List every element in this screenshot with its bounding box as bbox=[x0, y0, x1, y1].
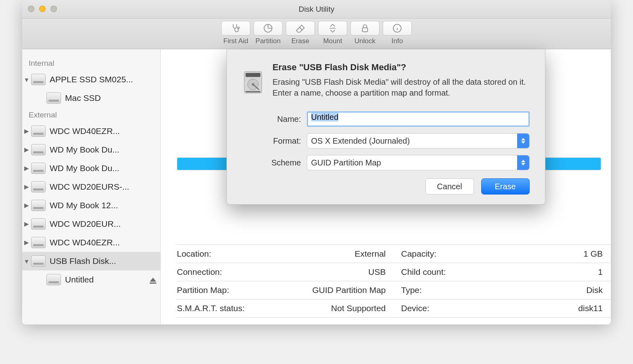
info-icon bbox=[383, 21, 412, 36]
info-row: Partition Map:GUID Partition Map bbox=[177, 281, 394, 299]
sidebar-section-external: External bbox=[22, 107, 160, 122]
info-grid: Location:External Connection:USB Partiti… bbox=[177, 245, 611, 318]
disk-icon bbox=[31, 200, 46, 211]
sidebar-item-external-disk[interactable]: ▶WDC WD20EURS-... bbox=[22, 178, 160, 196]
disk-icon bbox=[31, 181, 46, 192]
sidebar-item-usb-flash-disk[interactable]: ▼USB Flash Disk... bbox=[22, 252, 160, 270]
tree-item-label: WD My Book 12... bbox=[50, 201, 118, 210]
svg-point-0 bbox=[237, 27, 239, 29]
sidebar-section-internal: Internal bbox=[22, 56, 160, 70]
eraser-icon bbox=[286, 21, 315, 36]
info-row: Location:External bbox=[177, 245, 394, 263]
tree-item-label: WDC WD40EZR... bbox=[50, 238, 120, 247]
name-label: Name: bbox=[242, 115, 307, 124]
sidebar-item-volume[interactable]: Mac SSD bbox=[22, 89, 160, 107]
sheet-title: Erase "USB Flash Disk Media"? bbox=[272, 62, 530, 73]
sidebar-item-external-disk[interactable]: ▶WDC WD20EUR... bbox=[22, 215, 160, 233]
name-input[interactable]: Untitled bbox=[307, 111, 530, 127]
zoom-window-button[interactable] bbox=[50, 6, 57, 12]
toolbar: First Aid Partition Erase Mount Unlock bbox=[22, 19, 611, 49]
disclosure-triangle-icon[interactable]: ▶ bbox=[22, 202, 31, 209]
titlebar: Disk Utility bbox=[22, 0, 611, 19]
window-title: Disk Utility bbox=[22, 5, 611, 14]
hard-drive-icon bbox=[242, 62, 264, 103]
disk-icon bbox=[31, 126, 46, 137]
sidebar-item-external-disk[interactable]: ▶WD My Book Du... bbox=[22, 140, 160, 159]
eject-icon[interactable] bbox=[150, 278, 156, 282]
erase-confirm-button[interactable]: Erase bbox=[481, 178, 530, 195]
disclosure-triangle-icon[interactable]: ▼ bbox=[22, 76, 31, 83]
window-body: Internal ▼ APPLE SSD SM025... Mac SSD Ex… bbox=[22, 49, 611, 324]
traffic-lights bbox=[28, 6, 57, 12]
lock-icon bbox=[350, 21, 379, 36]
mount-icon bbox=[318, 21, 347, 36]
sheet-description: Erasing "USB Flash Disk Media" will dest… bbox=[272, 77, 530, 98]
unlock-button[interactable]: Unlock bbox=[350, 21, 379, 45]
sidebar-item-external-disk[interactable]: ▶WD My Book 12... bbox=[22, 196, 160, 215]
svg-rect-8 bbox=[245, 91, 260, 92]
tree-item-label: WDC WD20EURS-... bbox=[50, 182, 129, 192]
pie-icon bbox=[254, 21, 283, 36]
tree-item-label: Untitled bbox=[65, 275, 94, 285]
chevron-updown-icon bbox=[517, 134, 529, 148]
first-aid-button[interactable]: First Aid bbox=[221, 21, 250, 45]
erase-button[interactable]: Erase bbox=[286, 21, 315, 45]
main-content: Location:External Connection:USB Partiti… bbox=[161, 49, 611, 324]
format-select[interactable]: OS X Extended (Journaled) bbox=[307, 133, 530, 149]
sidebar[interactable]: Internal ▼ APPLE SSD SM025... Mac SSD Ex… bbox=[22, 49, 161, 324]
info-left-column: Location:External Connection:USB Partiti… bbox=[177, 245, 394, 318]
sidebar-item-external-disk[interactable]: ▶WDC WD40EZR... bbox=[22, 233, 160, 252]
close-window-button[interactable] bbox=[28, 6, 34, 12]
disk-icon bbox=[46, 92, 61, 104]
disclosure-triangle-icon[interactable]: ▼ bbox=[22, 258, 31, 265]
sidebar-item-external-disk[interactable]: ▶WDC WD40EZR... bbox=[22, 122, 160, 140]
chevron-updown-icon bbox=[517, 155, 529, 170]
disk-icon bbox=[31, 163, 46, 174]
scheme-label: Scheme bbox=[242, 158, 307, 167]
info-row: Connection:USB bbox=[177, 263, 394, 281]
info-row: Capacity:1 GB bbox=[394, 245, 611, 263]
sidebar-item-external-disk[interactable]: ▶WD My Book Du... bbox=[22, 159, 160, 178]
cancel-button[interactable]: Cancel bbox=[425, 178, 474, 195]
info-row: Device:disk11 bbox=[394, 299, 611, 318]
disk-icon bbox=[31, 74, 46, 85]
tree-item-label: WD My Book Du... bbox=[50, 145, 119, 155]
erase-sheet: Erase "USB Flash Disk Media"? Erasing "U… bbox=[226, 49, 545, 205]
disk-icon bbox=[31, 255, 46, 267]
scheme-select[interactable]: GUID Partition Map bbox=[307, 155, 530, 170]
disk-icon bbox=[31, 144, 46, 155]
tree-item-label: Mac SSD bbox=[65, 93, 101, 103]
disclosure-triangle-icon[interactable]: ▶ bbox=[22, 183, 31, 190]
partition-button[interactable]: Partition bbox=[254, 21, 283, 45]
disk-icon bbox=[46, 274, 61, 285]
minimize-window-button[interactable] bbox=[39, 6, 46, 12]
stethoscope-icon bbox=[221, 21, 250, 36]
disclosure-triangle-icon[interactable]: ▶ bbox=[22, 146, 31, 153]
sidebar-item-volume[interactable]: Untitled bbox=[22, 270, 160, 289]
disclosure-triangle-icon[interactable]: ▶ bbox=[22, 165, 31, 172]
svg-rect-5 bbox=[245, 73, 260, 77]
disclosure-triangle-icon[interactable]: ▶ bbox=[22, 239, 31, 246]
app-window: Disk Utility First Aid Partition Erase M… bbox=[22, 0, 611, 324]
tree-item-label: APPLE SSD SM025... bbox=[50, 75, 133, 84]
info-row: Type:Disk bbox=[394, 281, 611, 299]
sidebar-item-internal-disk[interactable]: ▼ APPLE SSD SM025... bbox=[22, 70, 160, 89]
tree-item-label: WD My Book Du... bbox=[50, 163, 119, 173]
disclosure-triangle-icon[interactable]: ▶ bbox=[22, 128, 31, 135]
tree-item-label: WDC WD40EZR... bbox=[50, 126, 120, 136]
disk-icon bbox=[31, 218, 46, 230]
disk-icon bbox=[31, 237, 46, 248]
tree-item-label: WDC WD20EUR... bbox=[50, 219, 121, 229]
info-row: S.M.A.R.T. status:Not Supported bbox=[177, 299, 394, 318]
svg-rect-2 bbox=[363, 28, 368, 32]
mount-button[interactable]: Mount bbox=[318, 21, 347, 45]
info-right-column: Capacity:1 GB Child count:1 Type:Disk De… bbox=[394, 245, 611, 318]
format-label: Format: bbox=[242, 136, 307, 146]
tree-item-label: USB Flash Disk... bbox=[50, 256, 116, 266]
info-button[interactable]: Info bbox=[383, 21, 412, 45]
disclosure-triangle-icon[interactable]: ▶ bbox=[22, 220, 31, 228]
info-row: Child count:1 bbox=[394, 263, 611, 281]
